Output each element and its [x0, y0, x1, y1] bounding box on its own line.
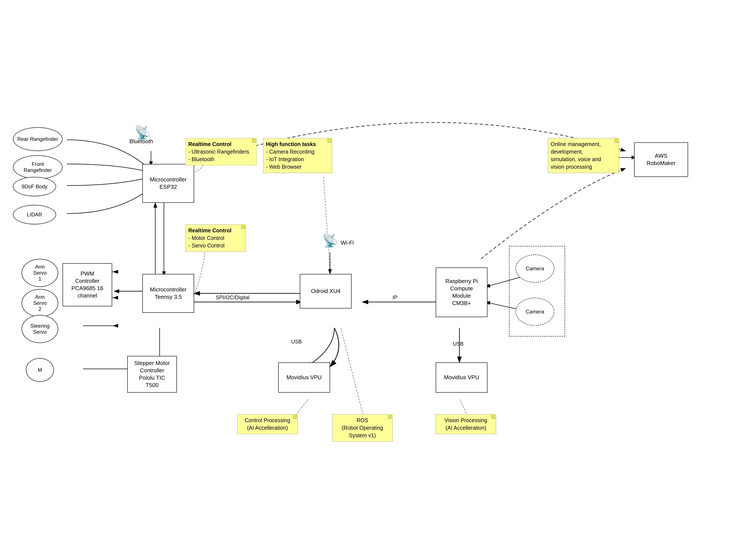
motor-m-node: M	[26, 358, 54, 382]
spi-label: SPI/I2C/Digital	[216, 295, 249, 300]
lidar-node: LIDAR	[13, 205, 56, 224]
note-rt1: Realtime Control- Ultrasonic Rangefinder…	[185, 138, 257, 165]
note-ros: ROS(Robot OperatingSystem v1)	[332, 414, 393, 441]
odroid-node: Odroid XU4	[300, 274, 351, 308]
camera-group-border	[509, 246, 565, 337]
note-high: High function tasks- Camera Recording- I…	[263, 138, 332, 173]
note-rt2: Realtime Control- Motor Control- Servo C…	[185, 224, 246, 252]
bluetooth-label: Bluetooth	[129, 138, 153, 145]
arm-servo2-node: ArmServo2	[21, 289, 58, 317]
stepper-node: Stepper MotorControllerPololu TICT500	[127, 356, 177, 393]
svg-line-19	[323, 177, 330, 274]
aws-node: AWSRoboMaker	[634, 142, 688, 177]
ip-label: IP	[393, 295, 398, 300]
esp32-node: MicrocontrollerESP32	[142, 164, 194, 203]
wifi-antenna-icon: 📡	[322, 233, 339, 248]
note-vision: Vision Processing(AI Accelleration)	[436, 414, 496, 434]
usb-label2: USB	[453, 341, 463, 347]
diagram: 📡 Bluetooth 📡 Wi-Fi Rear Rangefinder Fro…	[0, 0, 756, 535]
rear-rangefinder-node: Rear Rangefinder	[13, 127, 63, 151]
steering-servo-node: SteeringServo	[21, 315, 58, 343]
dof-body-node: 9DoF Body	[13, 177, 56, 196]
usb-label1: USB	[291, 339, 302, 345]
teensy-node: MicrocontrollerTeensy 3.5	[142, 274, 194, 313]
movidius1-node: Movidius VPU	[278, 362, 330, 393]
note-online: Online management,development,simulation…	[548, 138, 619, 173]
rpi-node: Raspberry PiComputeModuleCM3B+	[436, 268, 488, 317]
pwm-node: PWMControllerPCA9685 16channel	[63, 263, 112, 306]
front-rangefinder-node: FrontRangefinder	[13, 155, 63, 179]
movidius2-node: Movidius VPU	[436, 362, 488, 393]
wifi-label: Wi-Fi	[341, 239, 354, 246]
note-control: Control Processing(AI Accelleration)	[237, 414, 298, 434]
arm-servo1-node: ArmServo1	[21, 259, 58, 287]
